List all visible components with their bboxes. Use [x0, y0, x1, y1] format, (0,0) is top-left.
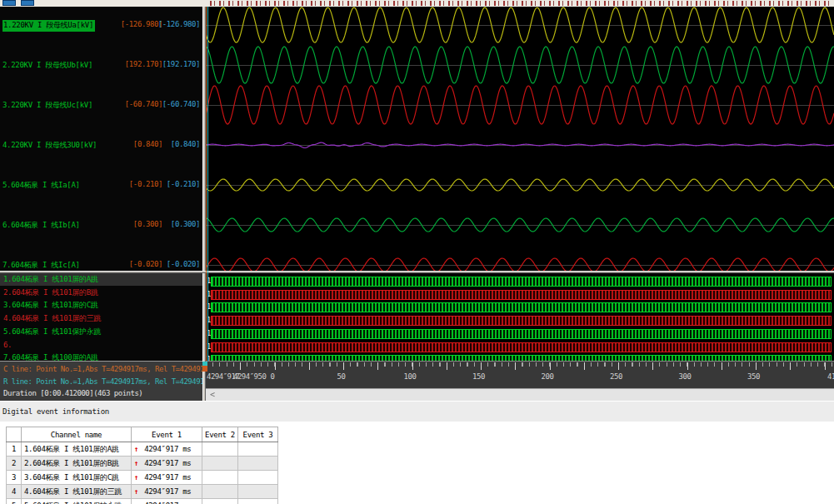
digital-state-bar — [211, 355, 832, 361]
event1-cell: ↑4294″917 ms — [132, 471, 202, 485]
event-table-header-cell: Event 3 — [238, 427, 278, 442]
toolbar-button-1-icon[interactable] — [2, 0, 16, 6]
event2-cell — [202, 457, 238, 471]
event-table-head: Channel nameEvent 1Event 2Event 3 — [7, 427, 278, 442]
event-row-number: 1 — [7, 442, 22, 457]
event-row-number: 5 — [7, 499, 22, 504]
event1-cell: ↑4294″917 ms — [132, 499, 202, 504]
digital-channel-label[interactable]: 5.604柘泉 I 线101保护永跳 — [0, 326, 202, 338]
horizontal-scrollbar[interactable]: < — [206, 388, 834, 401]
waveform-canvas[interactable] — [206, 7, 834, 271]
event3-cell — [238, 499, 278, 504]
digital-channel-label[interactable]: 3.604柘泉 I 线101屏的C跳 — [0, 299, 202, 312]
r-cursor-value: [-0.020] — [167, 260, 200, 268]
event-table-header-cell: Event 1 — [132, 427, 202, 442]
analog-channel-label[interactable]: 7.604柘泉 I 线Ic[A] — [2, 260, 80, 271]
time-tick-label: 100 — [404, 372, 417, 381]
cropped-title-text — [210, 1, 832, 6]
event-channel-name: 5.604柘泉 I 线101保护永跳 — [22, 499, 132, 504]
analog-waveform-area[interactable] — [206, 7, 834, 271]
event-row-number: 2 — [7, 457, 22, 471]
digital-channel-label[interactable]: 1.604柘泉 I 线101屏的A跳 — [0, 273, 202, 286]
rising-edge-icon: ↑ — [134, 487, 138, 496]
duration-status: Duration [0:00.412000](463 points) — [3, 389, 142, 397]
cursor-status-panel: C line: Point No.=1,Abs T=4294917ms, Rel… — [0, 361, 202, 401]
digital-trace-row[interactable]: 1 — [206, 289, 834, 301]
event1-cell: ↑4294″917 ms — [132, 442, 202, 457]
digital-trace-row[interactable]: 1 — [206, 315, 834, 327]
event-channel-name: 2.604柘泉 I 线101屏的B跳 — [22, 457, 132, 471]
c-cursor-value: [-0.210] — [129, 180, 162, 188]
analog-channel-row[interactable]: 5.604柘泉 I 线Ia[A][-0.210][-0.210] — [0, 180, 202, 191]
c-cursor-value: [-60.740] — [125, 100, 162, 108]
digital-trace-row[interactable]: 1 — [206, 276, 834, 287]
analog-channel-row[interactable]: 7.604柘泉 I 线Ic[A][-0.020][-0.020] — [0, 260, 202, 271]
digital-event-table: Channel nameEvent 1Event 2Event 3 11.604… — [6, 427, 278, 504]
digital-trace-area[interactable]: 1111111 — [206, 273, 834, 361]
event-table-panel: Channel nameEvent 1Event 2Event 3 11.604… — [0, 422, 834, 504]
digital-state-bar — [211, 329, 832, 339]
event-table-row[interactable]: 55.604柘泉 I 线101保护永跳↑4294″917 ms — [7, 499, 278, 504]
event3-cell — [238, 485, 278, 499]
toolbar-button-2-icon[interactable] — [21, 0, 34, 6]
analog-channel-row[interactable]: 1.220KV I 段母线Ua[kV][-126.980][-126.980] — [0, 20, 202, 31]
r-cursor-value: [192.170] — [162, 60, 200, 68]
analog-channel-label[interactable]: 4.220KV I 段母线3U0[kV] — [2, 140, 97, 151]
time-tick-label: 350 — [747, 372, 760, 381]
c-cursor-line[interactable] — [206, 7, 207, 361]
digital-trace-row[interactable]: 1 — [206, 354, 834, 361]
event-table-header-cell: Channel name — [22, 427, 132, 442]
event3-cell — [238, 471, 278, 485]
digital-channel-label[interactable]: 6. — [0, 339, 202, 352]
digital-trace-row[interactable]: 1 — [206, 342, 834, 353]
c-cursor-value: [-126.980] — [121, 20, 162, 28]
analog-channel-label[interactable]: 1.220KV I 段母线Ua[kV] — [2, 20, 95, 32]
digital-state-bar — [211, 290, 832, 300]
analog-channel-label[interactable]: 5.604柘泉 I 线Ia[A] — [2, 180, 80, 191]
digital-channel-label[interactable]: 4.604柘泉 I 线101屏的三跳 — [0, 312, 202, 325]
event-table-body: 11.604柘泉 I 线101屏的A跳↑4294″917 ms22.604柘泉 … — [7, 442, 278, 504]
r-cursor-value: [0.840] — [171, 140, 200, 148]
scroll-left-icon[interactable]: < — [210, 390, 215, 400]
event-table-row[interactable]: 44.604柘泉 I 线101屏的三跳↑4294″917 ms — [7, 485, 278, 499]
c-line-status: C line: Point No.=1,Abs T=4294917ms, Rel… — [3, 365, 202, 373]
event3-cell — [238, 442, 278, 457]
time-axis[interactable]: 4294″917 4294″950 412 050100150200250300… — [206, 361, 834, 388]
event-row-number: 4 — [7, 485, 22, 499]
r-cursor-value: [0.300] — [171, 220, 200, 228]
r-line-status: R line: Point No.=1,Abs T=4294917ms, Rel… — [3, 377, 202, 386]
event-channel-name: 1.604柘泉 I 线101屏的A跳 — [22, 442, 132, 457]
time-tick-label: 50 — [337, 372, 346, 381]
app-window: 1.220KV I 段母线Ua[kV][-126.980][-126.980]2… — [0, 0, 834, 504]
rising-edge-icon: ↑ — [134, 445, 138, 453]
c-cursor-value: [-0.020] — [129, 260, 162, 268]
r-cursor-value: [-126.980] — [158, 20, 200, 28]
event-table-row[interactable]: 11.604柘泉 I 线101屏的A跳↑4294″917 ms — [7, 442, 278, 457]
digital-state-bar — [211, 342, 832, 352]
analog-channel-label[interactable]: 6.604柘泉 I 线Ib[A] — [2, 220, 80, 231]
ruler-major-ticks — [206, 362, 834, 370]
event-table-row[interactable]: 33.604柘泉 I 线101屏的C跳↑4294″917 ms — [7, 471, 278, 485]
analog-channel-row[interactable]: 6.604柘泉 I 线Ib[A][0.300][0.300] — [0, 220, 202, 231]
axis-end-label: 412 — [827, 372, 834, 381]
c-cursor-marker[interactable] — [202, 366, 207, 372]
event1-cell: ↑4294″917 ms — [132, 485, 202, 499]
time-tick-label: 150 — [472, 372, 485, 381]
event-channel-name: 3.604柘泉 I 线101屏的C跳 — [22, 471, 132, 485]
event-channel-name: 4.604柘泉 I 线101屏的三跳 — [22, 485, 132, 499]
analog-channel-row[interactable]: 4.220KV I 段母线3U0[kV][0.840][0.840] — [0, 140, 202, 151]
digital-channel-label[interactable]: 2.604柘泉 I 线101屏的B跳 — [0, 287, 202, 299]
event2-cell — [202, 499, 238, 504]
analog-channel-label[interactable]: 3.220KV I 段母线Uc[kV] — [2, 100, 92, 111]
analog-channel-row[interactable]: 3.220KV I 段母线Uc[kV][-60.740][-60.740] — [0, 100, 202, 111]
r-cursor-line[interactable] — [207, 7, 208, 361]
analog-channel-label[interactable]: 2.220KV I 段母线Ub[kV] — [2, 60, 92, 71]
digital-event-section-header: Digital event information — [0, 401, 834, 422]
event-table-row[interactable]: 22.604柘泉 I 线101屏的B跳↑4294″917 ms — [7, 457, 278, 471]
analog-channel-row[interactable]: 2.220KV I 段母线Ub[kV][192.170][192.170] — [0, 60, 202, 71]
digital-trace-row[interactable]: 1 — [206, 328, 834, 340]
rising-edge-icon: ↑ — [134, 473, 138, 482]
digital-trace-row[interactable]: 1 — [206, 302, 834, 313]
digital-channel-label[interactable]: 7.604柘泉 I 线100屏的A跳 — [0, 352, 202, 361]
event2-cell — [202, 442, 238, 457]
